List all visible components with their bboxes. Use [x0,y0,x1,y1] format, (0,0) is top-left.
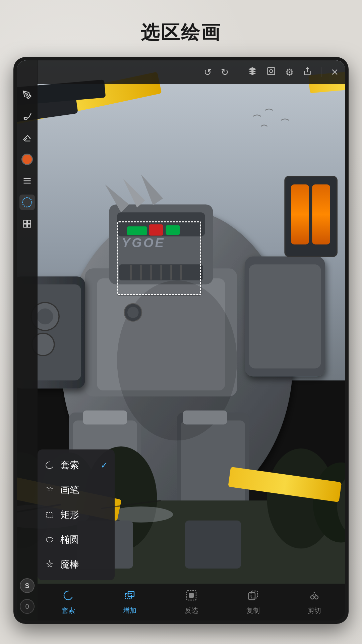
svg-rect-74 [249,593,255,600]
color-picker-button[interactable] [19,152,35,167]
tablet-frame: YGOE ↺ ↻ ⚙ ✕ [13,57,349,624]
svg-marker-68 [47,561,53,567]
svg-rect-57 [183,411,227,425]
layers-button[interactable] [248,66,257,78]
settings-button[interactable]: ⚙ [285,67,294,78]
add-selection-icon [124,589,136,604]
brush-select-label: 画笔 [60,484,79,496]
grid-tool-button[interactable] [19,216,35,231]
svg-rect-73 [251,591,257,598]
topbar-separator [238,67,238,77]
svg-rect-51 [185,521,241,569]
opacity-indicator-label: 0 [25,603,29,610]
redo-button[interactable]: ↻ [221,67,229,78]
svg-rect-31 [291,184,309,245]
invert-selection-button[interactable]: 反选 [178,587,205,618]
svg-rect-64 [24,224,27,227]
opacity-indicator[interactable]: 0 [20,599,35,614]
s-indicator-label: S [25,582,29,590]
add-selection-label: 增加 [123,606,136,615]
svg-point-61 [22,198,32,207]
lasso-bottom-icon [62,589,74,604]
undo-button[interactable]: ↺ [204,67,212,78]
svg-rect-56 [83,411,127,425]
svg-point-60 [26,94,28,96]
magic-wand-icon [44,559,55,570]
share-button[interactable] [303,67,312,78]
lasso-bottom-label: 套索 [62,606,75,615]
ellipse-icon [44,534,55,545]
ellipse-menu-item[interactable]: 椭圆 [38,527,115,552]
svg-rect-62 [24,220,27,223]
svg-rect-32 [312,184,330,245]
copy-selection-label: 复制 [246,606,260,615]
invert-selection-icon [185,589,197,604]
lasso-icon [44,460,55,471]
rectangle-icon [44,509,55,520]
ellipse-label: 椭圆 [60,533,79,546]
svg-point-75 [311,596,314,599]
brush-select-menu-item[interactable]: 画笔 [38,478,115,502]
svg-rect-58 [268,67,275,74]
left-toolbar: S 0 [17,60,38,621]
svg-point-76 [315,596,318,599]
magic-wand-menu-item[interactable]: 魔棒 [38,552,115,577]
app-topbar: ↺ ↻ ⚙ ✕ [37,60,345,84]
document-button[interactable] [266,66,276,78]
page-title: 选区绘画 [0,20,362,46]
bottom-toolbar: 套索 增加 反选 复制 [38,584,345,621]
tablet-screen: YGOE ↺ ↻ ⚙ ✕ [17,60,345,621]
svg-rect-29 [249,264,321,368]
pen-tool-button[interactable] [19,87,35,103]
cut-selection-button[interactable]: 剪切 [301,587,328,618]
magic-wand-label: 魔棒 [60,558,79,571]
svg-rect-66 [46,513,53,517]
svg-point-67 [46,537,53,542]
topbar-separator2 [321,67,321,77]
brush-tool-button[interactable] [19,109,35,124]
svg-rect-72 [189,593,194,598]
eraser-tool-button[interactable] [19,130,35,146]
svg-point-26 [37,309,53,325]
rectangle-label: 矩形 [60,508,79,521]
copy-selection-icon [247,589,259,604]
watermark-text: YGOE [122,236,203,250]
add-selection-button[interactable]: 增加 [116,587,143,618]
svg-rect-65 [27,224,31,227]
invert-selection-label: 反选 [185,606,198,615]
lasso-label: 套索 [60,459,79,472]
lasso-bottom-button[interactable]: 套索 [55,587,82,618]
lasso-check: ✓ [101,460,108,471]
cut-selection-label: 剪切 [308,606,321,615]
rectangle-menu-item[interactable]: 矩形 [38,502,115,527]
svg-point-55 [127,307,138,318]
svg-rect-63 [27,220,31,223]
svg-point-59 [269,69,273,72]
copy-selection-button[interactable]: 复制 [240,587,266,618]
selection-tool-button[interactable] [19,195,35,210]
lasso-menu-item[interactable]: 套索 ✓ [38,453,115,478]
selection-type-menu: 套索 ✓ 画笔 矩形 椭圆 [38,449,115,580]
cut-selection-icon [308,589,320,604]
s-indicator[interactable]: S [20,578,35,593]
selection-rectangle: YGOE [117,221,201,295]
brush-select-icon [44,485,55,495]
close-button[interactable]: ✕ [331,67,339,78]
smudge-tool-button[interactable] [19,173,35,189]
